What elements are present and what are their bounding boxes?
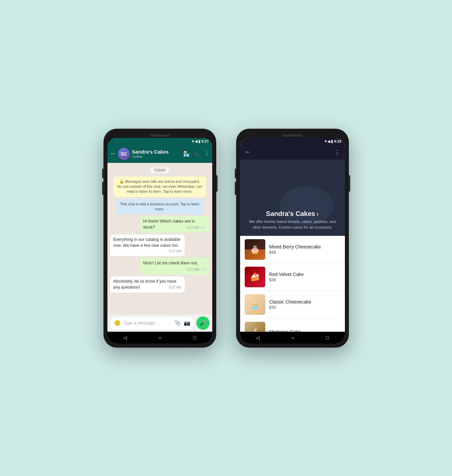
date-divider: TODAY — [110, 167, 210, 173]
call-add-icon[interactable]: 📞 — [194, 151, 200, 157]
status-icons: ▼◀ ▮ 9:27 — [191, 139, 209, 144]
chat-input-bar: 🙂 Type a message... 📎 📷 🎤 — [107, 314, 212, 332]
product-info-redvelvet: Red Velvet Cake $36 — [269, 272, 340, 282]
outgoing-message-2: Nice!! Let me check them out. 9:27 AM ✓✓ — [140, 258, 210, 274]
catalog-item-classic[interactable]: 🧁 Classic Cheesecake $30 — [240, 291, 345, 318]
phone-camera — [156, 133, 159, 137]
product-name: Mixed Berry Cheesecake — [269, 244, 340, 249]
catalog-top-bar: ← ⋮ — [240, 145, 345, 160]
phone-catalog: ▼◀ ▮ 9:29 ← ⋮ Sandra's Cakes — [236, 129, 349, 348]
contact-name: Sandra's Cakes — [132, 149, 181, 155]
incoming-message-1: Everything in our catalog is available n… — [110, 235, 185, 256]
product-name: Meringue Cake — [269, 329, 340, 332]
classic-cheesecake-image: 🧁 — [245, 294, 265, 315]
chat-header-info: Sandra's Cakes Online — [132, 149, 181, 159]
message-input-field[interactable]: 🙂 Type a message... 📎 📷 — [110, 317, 194, 329]
status-time: 9:27 — [201, 139, 209, 143]
store-icon[interactable]: 🏪 — [183, 151, 190, 157]
read-receipt: ✓✓ — [200, 267, 206, 271]
store-title[interactable]: Sandra's Cakes › — [245, 210, 340, 218]
outgoing-message-1: Hi there! Which cakes are in stock? 9:27… — [140, 216, 210, 233]
phones-container: ▼◀ ▮ 9:27 ← SC Sandra's Cakes Online 🏪 📞 — [90, 109, 362, 368]
camera-icon[interactable]: 📷 — [184, 320, 190, 326]
power-button[interactable] — [349, 175, 350, 192]
catalog-back-button[interactable]: ← — [245, 149, 251, 156]
home-nav-button[interactable]: ○ — [291, 335, 294, 340]
date-badge: TODAY — [150, 167, 169, 173]
status-time: 9:29 — [334, 139, 341, 143]
mic-icon: 🎤 — [200, 320, 206, 326]
battery-icon: ▮ — [331, 139, 333, 144]
meringue-cake-image: 🥧 — [245, 322, 265, 332]
phone-chat: ▼◀ ▮ 9:27 ← SC Sandra's Cakes Online 🏪 📞 — [103, 129, 216, 348]
avatar-image: SC — [118, 148, 130, 160]
message-input-placeholder: Type a message... — [123, 320, 172, 325]
avatar: SC — [118, 148, 130, 160]
product-name: Red Velvet Cake — [269, 272, 340, 277]
navigation-bar: ◁ ○ □ — [240, 332, 345, 344]
emoji-icon[interactable]: 🙂 — [114, 320, 121, 326]
business-notice[interactable]: This chat is with a business account. Ta… — [117, 199, 203, 215]
power-button[interactable] — [216, 175, 218, 192]
status-icons: ▼◀ ▮ 9:29 — [324, 139, 342, 144]
back-nav-button[interactable]: ◁ — [256, 335, 260, 340]
berry-cake-image: 🎂 — [245, 239, 265, 260]
catalog-list: 🎂 Mixed Berry Cheesecake $48 🍰 — [240, 236, 345, 332]
back-nav-button[interactable]: ◁ — [123, 335, 127, 340]
attachment-icon[interactable]: 📎 — [174, 320, 181, 326]
chat-header: ← SC Sandra's Cakes Online 🏪 📞 ⋮ — [107, 145, 212, 163]
product-image-classic: 🧁 — [245, 294, 265, 315]
hero-content: Sandra's Cakes › We offer freshly baked … — [245, 210, 340, 231]
catalog-screen: ▼◀ ▮ 9:29 ← ⋮ Sandra's Cakes — [240, 138, 345, 344]
message-time: 9:27 AM ✓✓ — [187, 267, 206, 272]
product-info-berry: Mixed Berry Cheesecake $48 — [269, 244, 340, 255]
signal-icon: ▼◀ — [324, 139, 330, 144]
read-receipt: ✓✓ — [200, 226, 206, 230]
catalog-content: ← ⋮ Sandra's Cakes › We offer freshly ba… — [240, 145, 345, 332]
recents-nav-button[interactable]: □ — [326, 335, 329, 340]
back-button[interactable]: ← — [110, 150, 116, 157]
navigation-bar: ◁ ○ □ — [107, 332, 212, 344]
chat-screen: ▼◀ ▮ 9:27 ← SC Sandra's Cakes Online 🏪 📞 — [107, 138, 212, 344]
catalog-item-redvelvet[interactable]: 🍰 Red Velvet Cake $36 — [240, 263, 345, 291]
message-time: 9:27 AM ✓✓ — [187, 225, 206, 230]
volume-down-button[interactable] — [235, 182, 236, 195]
encryption-notice[interactable]: 🔒 Messages and calls are end-to-end encr… — [113, 176, 206, 197]
catalog-status-bar: ▼◀ ▮ 9:29 — [240, 138, 345, 145]
catalog-item-berry[interactable]: 🎂 Mixed Berry Cheesecake $48 — [240, 236, 345, 263]
catalog-hero: Sandra's Cakes › We offer freshly baked … — [240, 160, 345, 236]
product-image-berry: 🎂 — [245, 239, 265, 260]
product-info-classic: Classic Cheesecake $30 — [269, 299, 340, 310]
volume-up-button[interactable] — [235, 169, 236, 178]
red-velvet-image: 🍰 — [245, 267, 265, 287]
recents-nav-button[interactable]: □ — [193, 335, 196, 340]
store-description: We offer freshly baked breads, cakes, pa… — [245, 219, 340, 231]
product-price: $30 — [269, 305, 340, 310]
status-bar: ▼◀ ▮ 9:27 — [107, 138, 212, 145]
volume-down-button[interactable] — [102, 182, 103, 195]
incoming-message-2: Absolutely, let us know if you have any … — [110, 276, 185, 293]
chat-header-icons: 🏪 📞 ⋮ — [183, 151, 210, 157]
more-options-icon[interactable]: ⋮ — [204, 151, 210, 157]
battery-icon: ▮ — [198, 139, 200, 144]
catalog-item-meringue[interactable]: 🥧 Meringue Cake — [240, 318, 345, 332]
product-info-meringue: Meringue Cake — [269, 329, 340, 332]
catalog-more-options[interactable]: ⋮ — [334, 149, 340, 156]
message-time: 9:27 AM — [169, 249, 181, 254]
product-image-redvelvet: 🍰 — [245, 267, 265, 287]
chat-body: TODAY 🔒 Messages and calls are end-to-en… — [107, 163, 212, 314]
signal-icon: ▼◀ — [191, 139, 198, 144]
volume-up-button[interactable] — [102, 169, 103, 178]
product-name: Classic Cheesecake — [269, 299, 340, 305]
contact-status: Online — [132, 155, 181, 159]
message-time: 9:27 AM — [169, 285, 181, 290]
home-nav-button[interactable]: ○ — [159, 335, 161, 340]
phone-camera — [289, 133, 292, 137]
product-image-meringue: 🥧 — [245, 322, 265, 332]
mic-button[interactable]: 🎤 — [196, 316, 210, 330]
product-price: $48 — [269, 250, 340, 255]
product-price: $36 — [269, 278, 340, 282]
